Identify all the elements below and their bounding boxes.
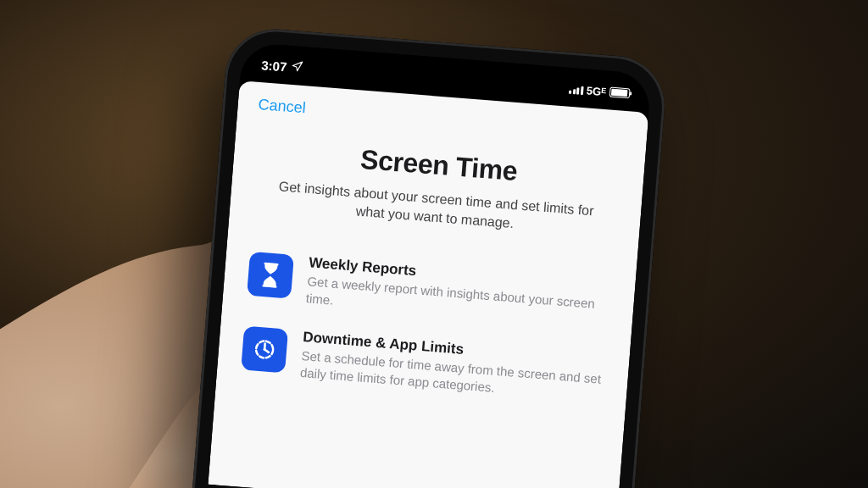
location-icon — [291, 59, 303, 75]
hourglass-icon — [247, 252, 294, 299]
phone-frame: 3:07 5GE Cancel Screen Time Get insights… — [192, 25, 668, 488]
phone-screen: 3:07 5GE Cancel Screen Time Get insights… — [208, 42, 652, 488]
feature-weekly-reports: Weekly Reports Get a weekly report with … — [246, 250, 610, 330]
status-time: 3:07 — [261, 58, 287, 74]
cancel-button[interactable]: Cancel — [256, 94, 307, 117]
modal-sheet: Cancel Screen Time Get insights about yo… — [208, 80, 648, 488]
feature-downtime-app-limits: Downtime & App Limits Set a schedule for… — [240, 324, 604, 405]
network-type: 5GE — [586, 84, 606, 98]
clock-progress-icon — [241, 326, 288, 374]
feature-list: Weekly Reports Get a weekly report with … — [233, 249, 616, 427]
signal-bars-icon — [569, 84, 583, 94]
battery-icon — [609, 87, 631, 99]
